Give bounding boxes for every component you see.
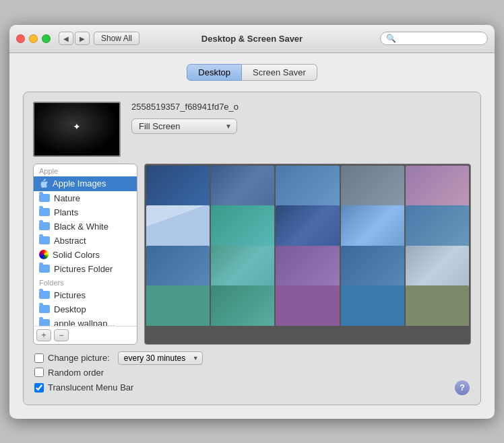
folder-icon-plants: [39, 208, 50, 216]
sidebar-label-nature: Nature: [54, 193, 80, 203]
change-picture-checkbox[interactable]: [34, 353, 44, 363]
wallpaper-grid-container: [144, 164, 471, 345]
desktop-screensaver-window: ◀ ▶ Show All Desktop & Screen Saver 🔍 De…: [9, 25, 495, 419]
fill-dropdown-wrapper: Fill Screen Fit to Screen Stretch to Fil…: [131, 118, 237, 134]
color-circle-icon: [39, 250, 49, 259]
top-right-panel: 2558519357_f68941fd7e_o Fill Screen Fit …: [131, 102, 471, 134]
wallpaper-preview: ✦: [33, 102, 121, 157]
sidebar-label-pictures-folder: Pictures Folder: [54, 264, 113, 274]
folder-icon-nature: [39, 194, 50, 202]
sidebar-item-pictures-folder[interactable]: Pictures Folder: [34, 262, 137, 276]
remove-source-button[interactable]: −: [54, 329, 69, 341]
sidebar-item-abstract[interactable]: Abstract: [34, 234, 137, 248]
sidebar-item-pictures[interactable]: Pictures: [34, 288, 137, 302]
traffic-lights: [16, 34, 51, 43]
wallpaper-grid[interactable]: [145, 164, 470, 326]
sidebar-bottom-bar: + −: [34, 326, 137, 344]
sidebar-item-apple-images[interactable]: Apple Images: [34, 176, 137, 191]
random-order-row: Random order: [34, 368, 470, 378]
window-title: Desktop & Screen Saver: [201, 34, 303, 44]
sidebar-label-black-white: Black & White: [54, 222, 108, 232]
search-icon: 🔍: [386, 34, 396, 43]
sidebar-label-apple-images: Apple Images: [53, 178, 106, 189]
bottom-controls: Change picture: every 30 minutes every 5…: [33, 351, 471, 395]
wallpaper-cell-19[interactable]: [341, 285, 404, 326]
sidebar-item-desktop-folder[interactable]: Desktop: [34, 302, 137, 316]
apple-logo-icon: [39, 178, 49, 189]
help-button[interactable]: ?: [455, 380, 470, 395]
preview-image-inner: ✦: [34, 103, 119, 156]
maximize-button[interactable]: [42, 34, 51, 43]
interval-dropdown[interactable]: every 30 minutes every 5 seconds every 1…: [118, 351, 203, 365]
wallpaper-cell-20[interactable]: [406, 285, 469, 326]
sidebar-item-nature[interactable]: Nature: [34, 191, 137, 205]
filename-label: 2558519357_f68941fd7e_o: [131, 102, 471, 112]
titlebar: ◀ ▶ Show All Desktop & Screen Saver 🔍: [9, 25, 495, 53]
preview-star-icon: ✦: [73, 121, 81, 132]
content-area: Desktop Screen Saver ✦ 2558519357_f68941…: [9, 53, 495, 419]
sidebar-item-apple-wallpap[interactable]: apple wallpap...: [34, 316, 137, 326]
search-box[interactable]: 🔍: [380, 32, 488, 45]
folder-icon-abstract: [39, 236, 50, 244]
back-button[interactable]: ◀: [59, 32, 73, 45]
change-picture-row: Change picture: every 30 minutes every 5…: [34, 351, 470, 365]
wallpaper-cell-17[interactable]: [211, 285, 274, 326]
translucent-menubar-label: Translucent Menu Bar: [48, 382, 133, 393]
sidebar-section-folders: Folders: [34, 276, 137, 288]
sidebar-item-black-white[interactable]: Black & White: [34, 219, 137, 234]
sidebar-section-apple: Apple: [34, 164, 137, 176]
tab-bar: Desktop Screen Saver: [23, 64, 481, 81]
fill-dropdown-select[interactable]: Fill Screen Fit to Screen Stretch to Fil…: [131, 118, 237, 134]
folder-icon-desktop: [39, 305, 50, 313]
sidebar-scroll[interactable]: Apple Apple Images Nature: [34, 164, 137, 326]
sidebar-label-plants: Plants: [54, 207, 78, 217]
random-order-checkbox[interactable]: [34, 368, 44, 377]
wallpaper-cell-16[interactable]: [146, 285, 210, 326]
sidebar: Apple Apple Images Nature: [33, 164, 137, 345]
sidebar-label-pictures: Pictures: [54, 290, 86, 300]
change-picture-label: Change picture:: [48, 353, 110, 363]
wallpaper-cell-18[interactable]: [276, 285, 339, 326]
fill-dropdown-container: Fill Screen Fit to Screen Stretch to Fil…: [131, 118, 471, 134]
add-source-button[interactable]: +: [36, 329, 51, 341]
middle-section: Apple Apple Images Nature: [33, 164, 471, 345]
sidebar-item-solid-colors[interactable]: Solid Colors: [34, 248, 137, 262]
tab-screensaver[interactable]: Screen Saver: [242, 64, 317, 81]
folder-icon-black-white: [39, 222, 50, 230]
folder-icon-pictures-folder: [39, 265, 50, 273]
folder-icon-pictures: [39, 291, 50, 299]
translucent-menubar-checkbox[interactable]: [34, 383, 44, 393]
show-all-button[interactable]: Show All: [94, 32, 139, 45]
sidebar-label-solid-colors: Solid Colors: [53, 250, 100, 260]
sidebar-label-desktop: Desktop: [54, 304, 86, 314]
sidebar-label-abstract: Abstract: [54, 236, 86, 246]
sidebar-item-plants[interactable]: Plants: [34, 205, 137, 219]
top-section: ✦ 2558519357_f68941fd7e_o Fill Screen Fi…: [33, 102, 471, 157]
nav-buttons: ◀ ▶: [59, 32, 90, 45]
forward-button[interactable]: ▶: [75, 32, 90, 45]
main-panel: ✦ 2558519357_f68941fd7e_o Fill Screen Fi…: [23, 92, 481, 405]
minimize-button[interactable]: [29, 34, 38, 43]
interval-dropdown-wrapper: every 30 minutes every 5 seconds every 1…: [114, 351, 203, 365]
tab-desktop[interactable]: Desktop: [187, 64, 242, 81]
sidebar-label-apple-wallpap: apple wallpap...: [54, 318, 115, 326]
random-order-label: Random order: [48, 368, 104, 378]
folder-icon-apple-wallpap: [39, 319, 50, 326]
translucent-menubar-row: Translucent Menu Bar ?: [34, 380, 470, 395]
search-input[interactable]: [399, 34, 482, 43]
close-button[interactable]: [16, 34, 25, 43]
